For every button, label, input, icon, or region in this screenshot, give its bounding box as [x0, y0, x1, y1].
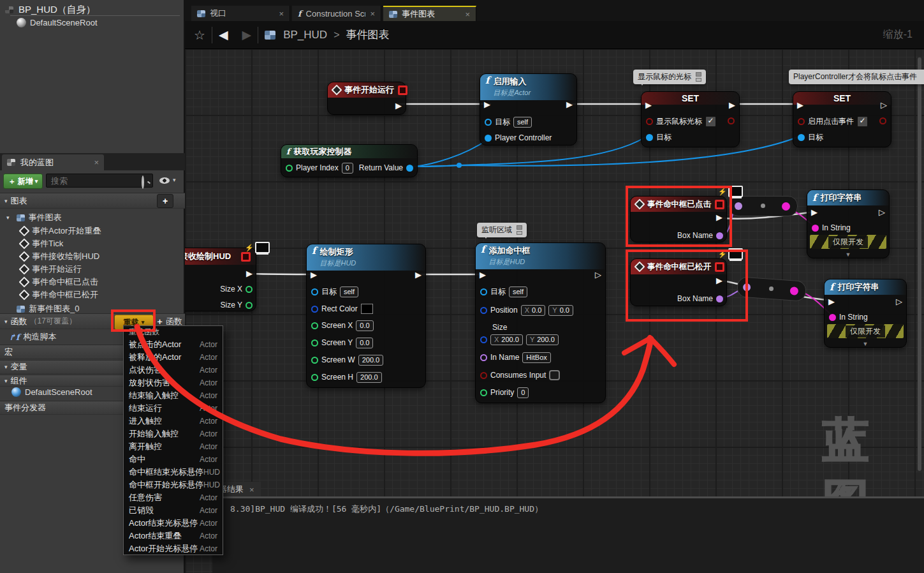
struct-pin[interactable] [480, 307, 487, 314]
player-index-value-box[interactable]: 0 [342, 163, 353, 174]
breadcrumb-root[interactable]: BP_HUD [283, 29, 327, 41]
exec-in-pin[interactable]: ▶ [645, 101, 652, 109]
exec-out-pin[interactable]: ▷ [881, 101, 887, 109]
close-icon[interactable]: × [370, 9, 375, 19]
collapse-triangle-icon[interactable]: ▾ [4, 318, 8, 325]
checkbox-checked[interactable]: ✓ [857, 116, 868, 127]
size-y-pin-row[interactable]: Size Y [221, 299, 253, 311]
tree-item-event[interactable]: 事件接收绘制HUD [20, 251, 99, 262]
node-header[interactable]: SET [793, 92, 891, 105]
tab-my-blueprint[interactable]: 我的蓝图 × [2, 154, 104, 170]
object-pin[interactable] [485, 135, 492, 142]
exec-out-pin[interactable]: ▶ [415, 271, 422, 279]
object-pin[interactable] [406, 165, 413, 172]
size-y-box[interactable]: Y200.0 [526, 334, 559, 345]
collapse-triangle-icon[interactable]: ▾ [6, 214, 10, 221]
rect-color-pin-row[interactable]: Rect Color [311, 303, 373, 315]
menu-item[interactable]: 开始输入触控Actor [124, 428, 223, 440]
menu-item[interactable]: 放射状伤害Actor [124, 376, 223, 389]
tab-construction-script[interactable]: f Construction Scrip × [292, 6, 381, 21]
size-x-box[interactable]: X200.0 [490, 334, 523, 345]
bubble-pin-icon[interactable] [517, 225, 522, 235]
bool-out-pin[interactable] [728, 117, 735, 124]
priority-pin-row[interactable]: Priority 0 [480, 387, 529, 398]
screen-x-pin-row[interactable]: Screen X 0.0 [311, 320, 374, 331]
node-header[interactable]: 事件命中框已点击 [631, 197, 726, 212]
bool-out-pin[interactable] [879, 117, 886, 124]
position-x-box[interactable]: X0.0 [521, 305, 546, 316]
exec-out-pin[interactable]: ▶ [246, 269, 253, 278]
name-pin[interactable] [716, 295, 723, 302]
float-pin[interactable] [311, 374, 318, 381]
object-pin[interactable] [646, 134, 653, 141]
float-pin[interactable] [311, 322, 318, 329]
target-pin-row[interactable]: 目标 self [311, 286, 358, 297]
node-print-string-1[interactable]: f 打印字符串 ▶ ▷ In String 仅限开发 ▼ [807, 190, 890, 258]
close-icon[interactable]: × [94, 158, 99, 167]
exec-in-pin[interactable]: ▶ [484, 100, 490, 108]
value-box[interactable]: 200.0 [356, 372, 382, 383]
box-name-pin-row[interactable]: Box Name [677, 293, 723, 304]
tree-item-event[interactable]: 事件命中框已松开 [20, 289, 98, 301]
menu-item[interactable]: 命中框开始光标悬停HUD [124, 479, 223, 491]
float-pin[interactable] [311, 357, 318, 364]
node-header[interactable]: f 启用输入 目标是Actor [480, 74, 576, 100]
object-pin[interactable] [311, 288, 318, 295]
return-value-pin-row[interactable]: Return Value [359, 162, 413, 174]
exec-out-pin[interactable]: ▶ [716, 213, 722, 221]
node-enable-input[interactable]: f 启用输入 目标是Actor ▶ ▶ 目标 self Player Contr… [480, 73, 577, 145]
struct-pin[interactable] [311, 306, 318, 313]
consumes-input-pin-row[interactable]: Consumes Input [480, 369, 560, 381]
bool-pin[interactable] [480, 372, 487, 379]
position-pin-row[interactable]: Position X0.0 Y0.0 [480, 304, 573, 316]
collapse-arrow-icon[interactable]: ▼ [846, 251, 851, 258]
collapse-triangle-icon[interactable]: ▾ [4, 364, 8, 370]
forward-arrow-icon[interactable]: ▶ [242, 27, 252, 42]
exec-out-pin[interactable]: ▶ [566, 100, 573, 108]
collapse-triangle-icon[interactable]: ▾ [4, 378, 8, 384]
screen-y-pin-row[interactable]: Screen Y 0.0 [311, 337, 373, 348]
tree-item-event[interactable]: 事件Tick [20, 238, 63, 249]
name-pin[interactable] [716, 232, 723, 239]
tree-item-event[interactable]: 事件Actor开始重叠 [20, 225, 101, 237]
exec-in-pin[interactable]: ▶ [828, 297, 835, 306]
exec-in-pin[interactable]: ▶ [811, 208, 818, 216]
menu-item[interactable]: 已销毁Actor [124, 504, 223, 517]
object-pin[interactable] [485, 119, 492, 126]
tree-item-default-scene-root[interactable]: DefaultSceneRoot [11, 387, 92, 397]
object-pin[interactable] [798, 134, 805, 141]
exec-out-pin[interactable]: ▶ [729, 101, 735, 109]
exec-in-pin[interactable]: ▶ [480, 271, 486, 279]
favorite-star-icon[interactable]: ☆ [194, 27, 205, 43]
breadcrumb-current[interactable]: 事件图表 [346, 27, 390, 42]
struct-pin[interactable] [480, 336, 487, 343]
exec-out-pin[interactable]: ▷ [896, 297, 902, 306]
menu-item[interactable]: Actor结束光标悬停Actor [124, 517, 223, 530]
box-name-pin-row[interactable]: Box Name [677, 230, 723, 241]
bubble-pin-icon[interactable] [696, 72, 701, 82]
tab-viewport[interactable]: 视口 × [191, 6, 290, 21]
string-pin[interactable] [812, 225, 819, 232]
tree-item-event[interactable]: 事件命中框已点击 [20, 276, 98, 288]
screen-h-pin-row[interactable]: Screen H 200.0 [311, 371, 382, 383]
string-pin[interactable] [829, 314, 836, 321]
comment-bubble[interactable]: 显示鼠标的光标 [633, 70, 706, 84]
priority-value-box[interactable]: 0 [517, 387, 529, 398]
comment-bubble[interactable]: 监听区域 [477, 223, 527, 237]
target-value-box[interactable]: self [340, 286, 358, 297]
comment-bubble[interactable]: PlayerController才会将鼠标点击事件 [789, 70, 924, 84]
chevron-down-icon[interactable]: ▾ [173, 177, 176, 183]
menu-item[interactable]: 离开触控Actor [124, 440, 223, 453]
tree-item-construction-script[interactable]: ↱f 构造脚本 [9, 331, 57, 343]
close-icon[interactable]: × [279, 9, 284, 19]
bool-pin[interactable] [798, 118, 805, 125]
node-header[interactable]: 事件命中框已松开 [631, 259, 726, 274]
component-item-root[interactable]: DefaultSceneRoot [17, 18, 98, 27]
node-header[interactable]: f 绘制矩形 目标是HUD [307, 244, 425, 271]
back-arrow-icon[interactable]: ◀ [219, 27, 228, 42]
close-icon[interactable]: × [249, 485, 254, 495]
add-graph-button[interactable]: + [157, 194, 173, 208]
exec-out-pin[interactable]: ▶ [395, 101, 402, 110]
menu-item[interactable]: 进入触控Actor [124, 415, 223, 428]
search-input[interactable] [46, 174, 153, 188]
